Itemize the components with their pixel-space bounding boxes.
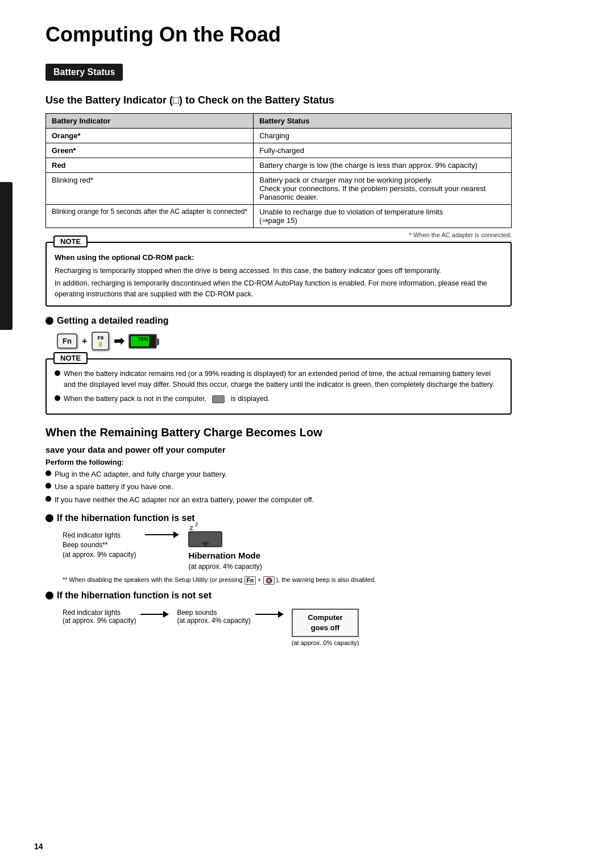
note-content-cdrom: When using the optional CD-ROM pack: Rec…	[55, 252, 503, 300]
hibernation-not-set-section: If the hibernation function is not set R…	[45, 590, 580, 646]
table-row: Green* Fully-charged	[46, 143, 512, 158]
note-box-reading: NOTE When the battery indicator remains …	[45, 358, 512, 414]
ns-red-indicator: Red indicator lights	[63, 609, 136, 617]
bullet-dot-hibern	[45, 514, 53, 522]
table-header-status: Battery Status	[254, 114, 512, 129]
plus-sign: +	[82, 336, 87, 346]
indicator-blinking-red: Blinking red*	[46, 173, 254, 205]
note-content-reading: When the battery indicator remains red (…	[55, 369, 503, 404]
table-row: Red Battery charge is low (the charge is…	[46, 158, 512, 173]
note-bullet-2: When the battery pack is not in the comp…	[55, 394, 503, 404]
computer-off-box: Computergoes off	[292, 609, 359, 637]
hibern-right-content: z z Hibernation Mode (at approx. 4% capa…	[188, 531, 262, 571]
hibernation-diagram: Red indicator lights Beep sounds** (at a…	[63, 531, 580, 571]
red-indicator-label: Red indicator lights	[63, 531, 136, 539]
note-label-1: NOTE	[53, 235, 88, 247]
note-bullet-dot-1	[55, 370, 60, 376]
fn-key: Fn	[57, 333, 77, 349]
fn-key-illustration: Fn + F9 🔋 ➡ 75%	[57, 332, 580, 351]
bullet-dot-not-set	[45, 592, 53, 600]
approx-4-label: (at approx. 4% capacity)	[188, 563, 262, 571]
save-data-title: save your data and power off your comput…	[45, 445, 580, 454]
f9-key: F9 🔋	[92, 332, 109, 351]
approx-9-label: (at approx. 9% capacity)	[63, 551, 136, 559]
ns-arrow-2	[255, 611, 284, 618]
note-label-2: NOTE	[53, 352, 88, 364]
subsection-title-indicator: Use the Battery Indicator (□) to Check o…	[45, 94, 580, 106]
hibernation-mode-label: Hibernation Mode	[188, 551, 262, 560]
arrow-illustration: ➡	[114, 334, 124, 349]
note-bullet-dot-2	[55, 395, 60, 401]
computer-off-container: Computergoes off (at approx. 0% capacity…	[292, 609, 359, 646]
table-row: Blinking red* Battery pack or charger ma…	[46, 173, 512, 205]
hibern-icon-arrow	[201, 542, 210, 547]
note-box-cdrom: NOTE When using the optional CD-ROM pack…	[45, 242, 512, 307]
hibernation-set-title: If the hibernation function is set	[45, 513, 580, 523]
getting-reading-section: Getting a detailed reading Fn + F9 🔋 ➡ 7…	[45, 316, 580, 351]
zz-icon-top: z	[189, 523, 193, 532]
status-charging: Charging	[254, 129, 512, 143]
battery-indicator-table: Battery Indicator Battery Status Orange*…	[45, 113, 512, 228]
indicator-orange: Orange*	[46, 129, 254, 143]
low-battery-section-title: When the Remaining Battery Charge Become…	[45, 426, 580, 439]
indicator-green: Green*	[46, 143, 254, 158]
note-bold-cdrom: When using the optional CD-ROM pack:	[55, 252, 503, 263]
computer-goes-off-label: Computergoes off	[308, 613, 342, 632]
ns-arrow-head-2	[278, 611, 284, 618]
section-header-battery: Battery Status	[45, 64, 123, 81]
beep-sounds-label: Beep sounds**	[63, 541, 136, 549]
table-header-indicator: Battery Indicator	[46, 114, 254, 129]
page-title: Computing On the Road	[45, 23, 580, 47]
status-low: Battery charge is low (the charge is les…	[254, 158, 512, 173]
status-fully-charged: Fully-charged	[254, 143, 512, 158]
ns-arrow-head-1	[163, 611, 169, 618]
ns-approx-4: (at approx. 4% capacity)	[177, 617, 250, 625]
note-para-1: Recharging is temporarily stopped when t…	[55, 266, 503, 276]
hibernation-footnote: ** When disabling the speakers with the …	[63, 576, 495, 585]
battery-75-display: 75%	[128, 334, 157, 349]
note-para-2: In addition, recharging is temporarily d…	[55, 278, 503, 300]
fn-inline-icon: Fn	[244, 576, 256, 585]
battery-empty-icon	[212, 395, 225, 403]
ns-arrow-1	[140, 611, 169, 618]
hibern-mode-container: z z	[188, 531, 262, 547]
arrow-head-1	[173, 531, 179, 538]
status-blinking-orange: Unable to recharge due to violation of t…	[254, 205, 512, 228]
battery-percent-text: 75%	[130, 336, 156, 342]
bullet-dot-1	[45, 470, 51, 476]
hibern-left-labels: Red indicator lights Beep sounds** (at a…	[63, 531, 136, 559]
hibernation-not-set-title: If the hibernation function is not set	[45, 590, 580, 601]
perform-bullet-1: Plug in the AC adapter, and fully charge…	[45, 469, 580, 480]
perform-label: Perform the following:	[45, 458, 580, 466]
indicator-blinking-orange: Blinking orange for 5 seconds after the …	[46, 205, 254, 228]
ns-arrow-bar-2	[255, 614, 278, 615]
speaker-inline-icon: 🔇	[263, 576, 275, 585]
bullet-dot-getting	[45, 317, 53, 325]
not-set-middle: Beep sounds (at approx. 4% capacity)	[177, 609, 250, 625]
hibernation-icon	[188, 531, 222, 547]
arrow-bar-1	[145, 534, 173, 535]
perform-bullet-2: Use a spare battery if you have one.	[45, 481, 580, 493]
table-row: Blinking orange for 5 seconds after the …	[46, 205, 512, 228]
note-bullet-1: When the battery indicator remains red (…	[55, 369, 503, 390]
bullet-dot-3	[45, 496, 51, 502]
table-row: Orange* Charging	[46, 129, 512, 143]
page-container: Computing On the Road Battery Status Use…	[0, 0, 614, 868]
ns-beep-sounds: Beep sounds	[177, 609, 250, 617]
status-blinking-red: Battery pack or charger may not be worki…	[254, 173, 512, 205]
ns-arrow-bar-1	[140, 614, 163, 615]
perform-bullet-3: If you have neither the AC adapter nor a…	[45, 494, 580, 506]
not-set-diagram: Red indicator lights (at approx. 9% capa…	[63, 609, 580, 646]
ns-approx-0: (at approx. 0% capacity)	[292, 639, 359, 646]
bullet-dot-2	[45, 483, 51, 489]
indicator-red: Red	[46, 158, 254, 173]
ns-approx-9: (at approx. 9% capacity)	[63, 617, 136, 625]
sidebar-tab	[0, 182, 13, 330]
not-set-left: Red indicator lights (at approx. 9% capa…	[63, 609, 136, 625]
hibern-arrow-1	[145, 531, 179, 538]
table-footnote: * When the AC adapter is connected.	[45, 232, 512, 238]
zz-icon-top2: z	[195, 521, 198, 527]
page-number: 14	[34, 842, 43, 851]
hibernation-set-section: If the hibernation function is set Red i…	[45, 513, 580, 585]
getting-reading-title: Getting a detailed reading	[45, 316, 580, 326]
